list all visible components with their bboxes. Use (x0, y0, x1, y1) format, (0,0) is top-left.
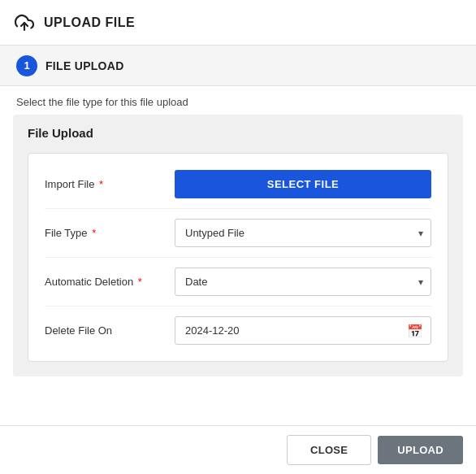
select-file-button[interactable]: SELECT FILE (175, 170, 431, 198)
automatic-deletion-label: Automatic Deletion * (45, 276, 175, 288)
automatic-deletion-row: Automatic Deletion * Date Never After Up… (45, 258, 431, 307)
file-type-required: * (89, 227, 97, 239)
import-file-control: SELECT FILE (175, 170, 431, 198)
header: UPLOAD FILE (0, 0, 476, 46)
file-type-dropdown-wrapper: Untyped File CSV XML JSON ▾ (175, 219, 431, 247)
card-title: File Upload (28, 126, 448, 140)
date-wrapper: 📅 (175, 316, 431, 345)
automatic-deletion-required: * (135, 276, 142, 288)
automatic-deletion-control: Date Never After Upload ▾ (175, 267, 431, 296)
import-file-row: Import File * SELECT FILE (45, 170, 431, 209)
automatic-deletion-dropdown-wrapper: Date Never After Upload ▾ (175, 267, 431, 296)
form-inner-box: Import File * SELECT FILE File Type * (28, 153, 448, 362)
file-type-row: File Type * Untyped File CSV XML JSON ▾ (45, 209, 431, 258)
delete-file-on-label: Delete File On (45, 324, 175, 337)
step-bar: 1 FILE UPLOAD (0, 46, 476, 86)
file-type-control: Untyped File CSV XML JSON ▾ (175, 219, 431, 247)
upload-icon (13, 11, 36, 34)
upload-button[interactable]: UPLOAD (378, 436, 463, 464)
file-upload-card: File Upload Import File * SELECT FILE Fi… (13, 115, 463, 376)
content-area: File Upload Import File * SELECT FILE Fi… (0, 115, 476, 425)
import-file-required: * (96, 178, 103, 190)
file-type-select[interactable]: Untyped File CSV XML JSON (175, 219, 431, 247)
file-type-label: File Type * (45, 227, 175, 239)
delete-file-on-input[interactable] (175, 316, 431, 345)
step-label: FILE UPLOAD (45, 59, 124, 72)
close-button[interactable]: CLOSE (287, 435, 371, 465)
header-title: UPLOAD FILE (44, 15, 135, 30)
page-wrapper: UPLOAD FILE 1 FILE UPLOAD Select the fil… (0, 0, 476, 474)
automatic-deletion-select[interactable]: Date Never After Upload (175, 267, 431, 296)
delete-file-on-row: Delete File On 📅 (45, 307, 431, 345)
description-text: Select the file type for this file uploa… (0, 86, 476, 115)
delete-file-on-control: 📅 (175, 316, 431, 345)
footer: CLOSE UPLOAD (0, 425, 476, 474)
step-number: 1 (16, 55, 37, 76)
import-file-label: Import File * (45, 178, 175, 190)
